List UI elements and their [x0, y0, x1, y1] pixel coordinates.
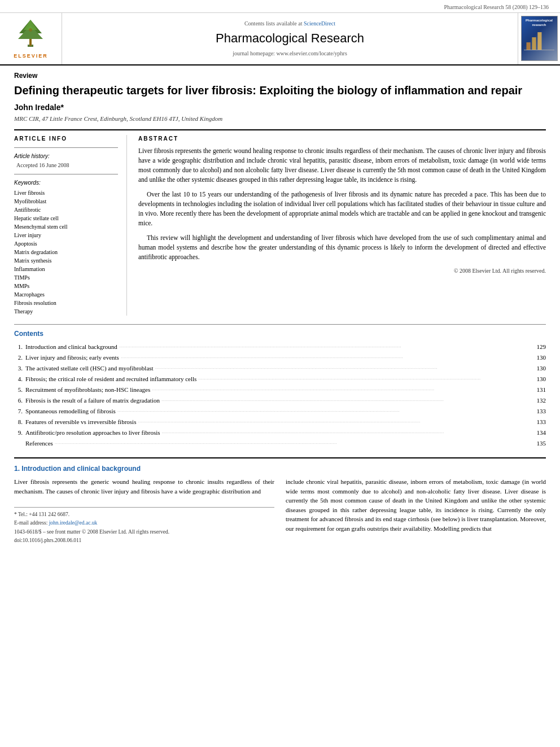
keyword-item: Apoptosis: [14, 239, 118, 248]
toc-page: 133: [529, 406, 546, 417]
toc-row: References······························…: [14, 438, 546, 449]
svg-rect-1: [29, 38, 32, 46]
keyword-item: Antifibrotic: [14, 206, 118, 214]
toc-row: 8.Features of reversible vs irreversible…: [14, 417, 546, 427]
svg-point-5: [29, 28, 32, 32]
toc-title-cell: Antifibrotic/pro resolution approaches t…: [25, 427, 529, 438]
keyword-item: Hepatic stellate cell: [14, 214, 118, 222]
toc-title-cell: Fibrosis is the result of a failure of m…: [25, 395, 529, 406]
keyword-item: MMPs: [14, 282, 118, 290]
keyword-item: Matrix synthesis: [14, 256, 118, 265]
svg-rect-6: [527, 42, 531, 50]
journal-header-center: Contents lists available at ScienceDirec…: [62, 13, 518, 64]
abstract-para-3: This review will highlight the developme…: [138, 233, 546, 263]
journal-header: ELSEVIER Contents lists available at Sci…: [0, 13, 560, 65]
keyword-item: Liver injury: [14, 231, 118, 239]
keyword-item: TIMPs: [14, 273, 118, 282]
info-divider-mid: [14, 174, 118, 174]
contents-section: Contents 1.Introduction and clinical bac…: [14, 324, 546, 449]
toc-page: 135: [529, 438, 546, 449]
toc-title: Spontaneous remodelling of fibrosis: [25, 407, 116, 416]
intro-left-col: Liver fibrosis represents the generic wo…: [14, 477, 274, 545]
footnotes: * Tel.: +44 131 242 6687. E-mail address…: [14, 507, 274, 544]
article-meta-row: ARTICLE INFO Article history: Accepted 1…: [14, 135, 546, 316]
toc-row: 1.Introduction and clinical background··…: [14, 342, 546, 352]
toc-title-cell: The activated stellate cell (HSC) and my…: [25, 363, 529, 374]
cover-art-icon: [522, 27, 556, 53]
header-divider: [14, 129, 546, 130]
toc-number: [14, 438, 25, 449]
footnote-doi: doi:10.1016/j.phrs.2008.06.011: [14, 537, 274, 544]
toc-title: Liver injury and fibrosis; early events: [25, 353, 119, 362]
toc-title: The activated stellate cell (HSC) and my…: [25, 364, 154, 373]
abstract-para-1: Liver fibrosis represents the generic wo…: [138, 146, 546, 185]
keyword-item: Matrix degradation: [14, 248, 118, 256]
svg-rect-7: [532, 37, 536, 50]
footnote-issn: 1043-6618/$ – see front matter © 2008 El…: [14, 528, 274, 536]
article-type-label: Review: [14, 71, 546, 81]
keyword-item: Inflammation: [14, 265, 118, 273]
journal-thumbnail-section: Pharmacologicalresearch: [518, 13, 560, 64]
toc-page: 132: [529, 395, 546, 406]
keyword-item: Liver fibrosis: [14, 189, 118, 197]
keyword-item: Therapy: [14, 307, 118, 316]
science-direct-anchor[interactable]: ScienceDirect: [304, 20, 335, 27]
abstract-heading: ABSTRACT: [138, 135, 546, 143]
toc-title: Antifibrotic/pro resolution approaches t…: [25, 429, 160, 437]
info-divider-top: [14, 147, 118, 148]
intro-right-col: include chronic viral hepatitis, parasit…: [286, 477, 546, 545]
keyword-item: Mesenchymal stem cell: [14, 222, 118, 231]
elsevier-tree-icon: [14, 18, 47, 49]
keyword-item: Myofibroblast: [14, 197, 118, 206]
toc-title: References: [25, 439, 53, 448]
toc-title: Fibrosis is the result of a failure of m…: [25, 396, 160, 405]
toc-page: 131: [529, 385, 546, 395]
accepted-date: Accepted 16 June 2008: [14, 161, 118, 169]
toc-title-cell: Introduction and clinical background····…: [25, 342, 529, 352]
toc-title: Recruitment of myofibroblasts; non-HSC l…: [25, 386, 150, 394]
article-title: Defining therapeutic targets for liver f…: [14, 83, 546, 98]
toc-page: 130: [529, 374, 546, 385]
toc-row: 9.Antifibrotic/pro resolution approaches…: [14, 427, 546, 438]
toc-title: Fibrosis; the critical role of resident …: [25, 375, 196, 383]
history-label: Article history:: [14, 152, 118, 160]
toc-title-cell: Fibrosis; the critical role of resident …: [25, 374, 529, 385]
toc-row: 4.Fibrosis; the critical role of residen…: [14, 374, 546, 385]
toc-number: 1.: [14, 342, 25, 352]
keyword-item: Fibrosis resolution: [14, 299, 118, 307]
intro-section-title: 1. Introduction and clinical background: [14, 464, 546, 474]
toc-number: 6.: [14, 395, 25, 406]
intro-right-text: include chronic viral hepatitis, parasit…: [286, 477, 546, 533]
article-info-column: ARTICLE INFO Article history: Accepted 1…: [14, 135, 127, 316]
abstract-text: Liver fibrosis represents the generic wo…: [138, 146, 546, 276]
journal-reference: Pharmacological Research 58 (2008) 129–1…: [444, 4, 549, 10]
intro-columns: Liver fibrosis represents the generic wo…: [14, 477, 546, 545]
author-affiliation: MRC CIR, 47 Little France Crest, Edinbur…: [14, 115, 546, 123]
journal-cover-thumbnail: Pharmacologicalresearch: [521, 16, 558, 61]
article-info-heading: ARTICLE INFO: [14, 135, 118, 143]
toc-number: 9.: [14, 427, 25, 438]
journal-homepage: journal homepage: www.elsevier.com/locat…: [233, 50, 347, 58]
toc-number: 3.: [14, 363, 25, 374]
journal-reference-bar: Pharmacological Research 58 (2008) 129–1…: [0, 0, 560, 13]
toc-number: 5.: [14, 385, 25, 395]
abstract-copyright: © 2008 Elsevier Ltd. All rights reserved…: [138, 267, 546, 275]
toc-page: 134: [529, 427, 546, 438]
toc-number: 8.: [14, 417, 25, 427]
toc-number: 7.: [14, 406, 25, 417]
email-address: john.iredale@ed.ac.uk: [49, 520, 98, 526]
science-direct-link: Contents lists available at ScienceDirec…: [244, 20, 335, 28]
toc-table: 1.Introduction and clinical background··…: [14, 342, 546, 449]
author-name: John Iredale*: [14, 102, 546, 113]
footnote-email: E-mail address: john.iredale@ed.ac.uk: [14, 519, 274, 527]
journal-title: Pharmacological Research: [216, 30, 364, 47]
toc-row: 6.Fibrosis is the result of a failure of…: [14, 395, 546, 406]
toc-title: Features of reversible vs irreversible f…: [25, 418, 136, 426]
toc-title-cell: Features of reversible vs irreversible f…: [25, 417, 529, 427]
toc-number: 2.: [14, 352, 25, 363]
toc-page: 133: [529, 417, 546, 427]
toc-row: 2.Liver injury and fibrosis; early event…: [14, 352, 546, 363]
elsevier-brand-text: ELSEVIER: [14, 53, 48, 60]
toc-page: 130: [529, 352, 546, 363]
toc-title-cell: Recruitment of myofibroblasts; non-HSC l…: [25, 385, 529, 395]
